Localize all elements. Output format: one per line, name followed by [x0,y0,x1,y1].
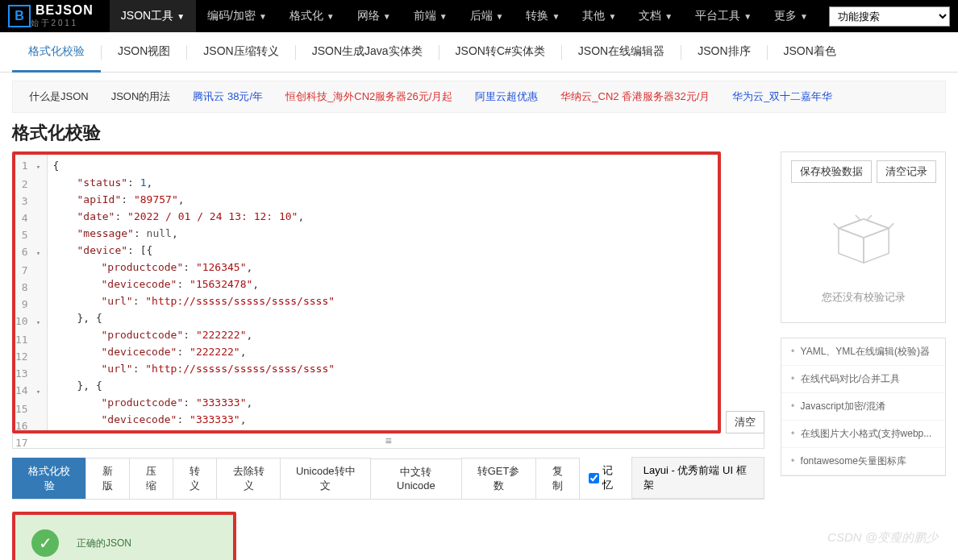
side-link-0[interactable]: YAML、YML在线编辑(校验)器 [781,338,945,366]
fold-icon[interactable]: ▾ [34,384,42,400]
remember-input[interactable] [589,473,599,483]
line-number: 11 [15,331,42,348]
nav-item-2[interactable]: 格式化 ▼ [278,0,346,32]
nav-item-9[interactable]: 平台工具 ▼ [684,0,763,32]
sub-tab-3[interactable]: JSON生成Java实体类 [296,33,439,73]
empty-history: 您还没有校验记录 [789,197,937,305]
caret-down-icon: ▼ [608,12,616,21]
fold-icon[interactable]: ▾ [34,314,42,331]
empty-box-icon [831,209,896,266]
history-panel: 保存校验数据 清空记录 您还没有校验记录 [781,151,946,323]
promo-link-2[interactable]: 腾讯云 38元/年 [193,89,263,104]
action-tab-6[interactable]: 中文转Unicode [370,458,461,497]
line-number: 14 ▾ [15,382,42,400]
caret-down-icon: ▼ [800,12,808,21]
promo-link-1[interactable]: JSON的用法 [111,89,171,104]
related-links: YAML、YML在线编辑(校验)器在线代码对比/合并工具Javascript加密… [781,338,946,476]
fold-icon[interactable]: ▾ [34,245,42,262]
page-title: 格式化校验 [0,121,958,151]
side-link-3[interactable]: 在线图片大小格式(支持webp... [781,421,945,448]
side-link-4[interactable]: fontawesome矢量图标库 [781,448,945,475]
sub-tab-7[interactable]: JSON着色 [768,33,852,73]
nav-item-8[interactable]: 文档 ▼ [627,0,684,32]
sub-tab-2[interactable]: JSON压缩转义 [187,33,294,73]
promo-link-3[interactable]: 恒创科技_海外CN2服务器26元/月起 [285,89,452,104]
caret-down-icon: ▼ [664,12,673,21]
line-number: 7 [15,262,42,279]
validation-result: ✓ 正确的JSON [12,512,236,560]
svg-marker-0 [838,219,888,238]
fold-icon[interactable]: ▾ [34,159,42,176]
line-number: 12 [15,348,42,365]
save-history-button[interactable]: 保存校验数据 [791,160,872,183]
action-tab-8[interactable]: 复制 [535,458,580,499]
caret-down-icon: ▼ [327,12,335,21]
sub-tab-0[interactable]: 格式化校验 [12,33,101,73]
line-number: 8 [15,279,42,296]
nav-item-10[interactable]: 更多 ▼ [763,0,819,32]
line-number: 2 [15,176,42,193]
sub-tab-1[interactable]: JSON视图 [102,33,186,73]
result-text: 正确的JSON [77,537,131,550]
action-tab-4[interactable]: 去除转义 [216,458,281,499]
line-number: 6 ▾ [15,243,42,262]
nav-item-1[interactable]: 编码/加密 ▼ [196,0,278,32]
resize-handle[interactable]: ≡ [12,433,764,449]
line-number: 5 [15,226,42,243]
nav-item-4[interactable]: 前端 ▼ [402,0,459,32]
action-tab-5[interactable]: Unicode转中文 [280,458,371,499]
nav-item-5[interactable]: 后端 ▼ [459,0,515,32]
caret-down-icon: ▼ [259,12,267,21]
action-tab-7[interactable]: 转GET参数 [461,458,536,499]
promo-link-4[interactable]: 阿里云超优惠 [475,89,538,104]
top-nav: B BEJSON 始 于 2 0 1 1 JSON工具 ▼编码/加密 ▼格式化 … [0,0,958,32]
action-tab-0[interactable]: 格式化校验 [12,458,86,499]
line-number: 9 [15,296,42,313]
action-tab-1[interactable]: 新版 [85,458,130,499]
line-number: 4 [15,209,42,226]
sub-tab-6[interactable]: JSON排序 [681,33,766,73]
json-editor[interactable]: 1 ▾2 3 4 5 6 ▾7 8 9 10 ▾11 12 13 14 ▾15 … [12,151,721,433]
caret-down-icon: ▼ [496,12,504,21]
nav-item-6[interactable]: 转换 ▼ [514,0,571,32]
line-number: 3 [15,193,42,209]
line-number: 10 ▾ [15,313,42,331]
action-tab-3[interactable]: 转义 [173,458,217,499]
editor-code[interactable]: {"status": 1,"apiId": "89757","date": "2… [48,155,718,430]
sub-tab-5[interactable]: JSON在线编辑器 [562,33,681,73]
side-link-2[interactable]: Javascript加密/混淆 [781,393,945,421]
logo-text: BEJSON [35,3,94,18]
nav-item-7[interactable]: 其他 ▼ [571,0,627,32]
editor-column: 1 ▾2 3 4 5 6 ▾7 8 9 10 ▾11 12 13 14 ▾15 … [12,151,764,560]
nav-item-3[interactable]: 网络 ▼ [346,0,402,32]
caret-down-icon: ▼ [383,12,391,21]
svg-marker-1 [838,228,863,263]
logo[interactable]: B BEJSON 始 于 2 0 1 1 [8,3,94,29]
action-tabs: 格式化校验新版压缩转义去除转义Unicode转中文中文转Unicode转GET参… [12,457,764,500]
clear-history-button[interactable]: 清空记录 [877,160,936,183]
logo-subtitle: 始 于 2 0 1 1 [31,18,94,29]
caret-down-icon: ▼ [743,12,752,21]
editor-gutter: 1 ▾2 3 4 5 6 ▾7 8 9 10 ▾11 12 13 14 ▾15 … [15,155,48,430]
nav-item-0[interactable]: JSON工具 ▼ [110,0,196,32]
caret-down-icon: ▼ [552,12,560,21]
clear-editor-button[interactable]: 清空 [726,411,764,433]
search-box: 功能搜索 [829,6,950,27]
line-number: 1 ▾ [15,157,42,176]
promo-link-0[interactable]: 什么是JSON [29,89,89,104]
check-icon: ✓ [31,529,59,557]
watermark: CSDN @变瘦的鹏少 [827,530,938,545]
main-row: 1 ▾2 3 4 5 6 ▾7 8 9 10 ▾11 12 13 14 ▾15 … [0,151,958,560]
sub-tab-4[interactable]: JSON转C#实体类 [439,33,561,73]
line-number: 17 [15,434,42,451]
side-link-1[interactable]: 在线代码对比/合并工具 [781,366,945,393]
empty-text: 您还没有校验记录 [789,290,937,305]
sidebar: 保存校验数据 清空记录 您还没有校验记录 YAML、YML在线编辑(校验)器在线… [781,151,946,560]
layui-promo[interactable]: Layui - 优秀前端 UI 框架 [631,457,764,499]
promo-link-5[interactable]: 华纳云_CN2 香港服务器32元/月 [560,89,710,104]
remember-checkbox[interactable]: 记忆 [589,463,622,492]
action-tab-2[interactable]: 压缩 [129,458,173,499]
promo-link-6[interactable]: 华为云_双十二嘉年华 [732,89,832,104]
sub-nav: 格式化校验JSON视图JSON压缩转义JSON生成Java实体类JSON转C#实… [0,32,958,73]
search-select[interactable]: 功能搜索 [829,6,950,27]
